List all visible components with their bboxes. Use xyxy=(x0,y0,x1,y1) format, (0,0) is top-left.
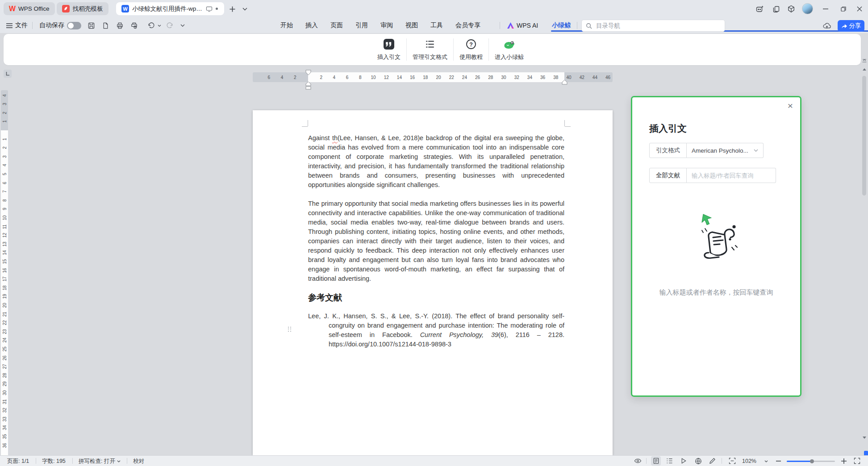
ruler-number: 6 xyxy=(346,75,349,80)
eye-icon[interactable] xyxy=(634,458,642,464)
reference-entry: Lee, J. K., Hansen, S. S., & Lee, S.-Y. … xyxy=(308,312,564,349)
menu-tab[interactable]: 引用 xyxy=(349,18,374,33)
more-tools-chevron[interactable] xyxy=(180,18,185,33)
zoom-slider[interactable] xyxy=(787,461,835,462)
pen-icon[interactable] xyxy=(709,458,716,464)
tab-stop-selector[interactable] xyxy=(4,70,12,78)
ruler-number: 42 xyxy=(580,75,584,80)
ruler-number: 2 xyxy=(2,146,7,149)
redo-button[interactable] xyxy=(166,18,174,33)
paragraph-2: The primary opportunity that social medi… xyxy=(308,199,564,283)
ruler-number: 10 xyxy=(371,75,376,80)
export-pdf-button[interactable] xyxy=(102,18,109,33)
first-line-indent-marker[interactable] xyxy=(305,70,311,75)
paragraph-drag-handle[interactable] xyxy=(288,326,292,332)
statusbar: 页面: 1/1 字数: 195 拼写检查: 打开 校对 102% xyxy=(0,455,868,466)
app-center-icon[interactable] xyxy=(786,4,797,14)
cloud-sync-button[interactable] xyxy=(822,18,831,33)
document-body-text[interactable]: Against th(Lee, Hansen, & Lee, 2018)e ba… xyxy=(308,133,564,358)
menu-tab[interactable]: 工具 xyxy=(424,18,449,33)
menu-tab[interactable]: 审阅 xyxy=(374,18,399,33)
zoom-out-button[interactable] xyxy=(776,461,781,462)
menu-tab[interactable]: 会员专享 xyxy=(449,18,487,33)
word-doc-icon: W xyxy=(121,5,129,12)
left-indent-marker[interactable] xyxy=(305,86,311,90)
print-preview-button[interactable] xyxy=(130,18,138,33)
vertical-scrollbar-thumb[interactable] xyxy=(862,76,866,196)
panel-close-icon[interactable]: × xyxy=(788,101,793,110)
ruler-number: 30 xyxy=(2,390,7,395)
ruler-number: 4 xyxy=(2,94,7,97)
word-count[interactable]: 字数: 195 xyxy=(42,456,66,466)
ruler-number: 20 xyxy=(436,75,441,80)
print-layout-view-button[interactable] xyxy=(651,456,661,466)
file-menu-label: 文件 xyxy=(15,21,28,29)
globe-icon[interactable] xyxy=(695,458,702,465)
print-button[interactable] xyxy=(116,18,124,33)
undo-button[interactable] xyxy=(147,18,161,33)
play-icon[interactable] xyxy=(680,458,687,464)
scroll-down-arrow-icon[interactable] xyxy=(862,436,867,440)
ribbon: 插入引文管理引文格式?使用教程进入小绿鲸 xyxy=(4,34,861,65)
restore-button[interactable] xyxy=(838,4,849,14)
windows-stack-icon[interactable] xyxy=(771,4,781,14)
ruler-number: 3 xyxy=(2,155,7,158)
zoom-level[interactable]: 102% xyxy=(742,456,756,466)
zoom-in-button[interactable] xyxy=(841,458,847,464)
ruler-number: 24 xyxy=(2,338,7,343)
fullscreen-icon[interactable] xyxy=(854,458,860,464)
ribbon-button-label: 插入引文 xyxy=(377,53,401,61)
ribbon-manage-citation-format-button[interactable]: 管理引文格式 xyxy=(407,36,453,63)
zoom-chevron-icon[interactable] xyxy=(764,460,768,462)
file-menu[interactable]: 文件 xyxy=(6,18,28,33)
nav-search-input[interactable] xyxy=(595,22,709,29)
ribbon-tutorial-button[interactable]: ?使用教程 xyxy=(454,36,488,63)
horizontal-ruler[interactable]: 6422468101214161820222426283032343638404… xyxy=(253,72,613,82)
journal-italic: Current Psychology, 39 xyxy=(420,331,498,338)
fit-page-icon[interactable] xyxy=(729,458,736,464)
close-button[interactable] xyxy=(854,4,865,14)
proofread-button[interactable]: 校对 xyxy=(133,456,144,466)
ruler-number: 6 xyxy=(2,182,7,184)
citation-format-select[interactable]: American Psycholo... xyxy=(687,143,764,158)
vertical-ruler[interactable]: 4321123456789101112131415161718192021222… xyxy=(1,90,8,455)
autosave-toggle[interactable] xyxy=(67,22,81,29)
divider xyxy=(577,22,577,29)
cursor-arrow-icon xyxy=(702,214,711,225)
ribbon-insert-citation-button[interactable]: 插入引文 xyxy=(371,36,406,63)
ruler-number: 36 xyxy=(2,443,7,448)
ai-assistant-icon[interactable] xyxy=(755,4,765,14)
zoom-slider-knob[interactable] xyxy=(810,459,814,463)
menu-tab[interactable]: 插入 xyxy=(299,18,324,33)
modified-dot-icon xyxy=(216,8,218,10)
ribbon-open-xiaolvjing-button[interactable]: 进入小绿鲸 xyxy=(489,36,530,63)
save-button[interactable] xyxy=(88,18,95,33)
all-references-tab[interactable]: 全部文献 xyxy=(649,168,687,183)
right-indent-marker[interactable] xyxy=(562,80,568,85)
menu-wps-ai[interactable]: WPS AI xyxy=(507,18,538,33)
document-page[interactable]: Against th(Lee, Hansen, & Lee, 2018)e ba… xyxy=(253,110,613,455)
new-tab-button[interactable] xyxy=(227,4,238,14)
document-tab[interactable]: W 小绿鲸文献引用插件-wps.doc xyxy=(116,2,224,15)
app-home-tab[interactable]: W WPS Office xyxy=(4,2,55,15)
spellcheck-status[interactable]: 拼写检查: 打开 xyxy=(79,456,121,466)
nav-search-box[interactable] xyxy=(581,20,725,32)
hanging-indent-marker[interactable] xyxy=(305,82,311,86)
docer-template-tab[interactable]: 找稻壳模板 xyxy=(57,2,108,15)
search-icon xyxy=(586,23,592,29)
tab-list-chevron-icon[interactable] xyxy=(239,4,250,14)
user-avatar[interactable] xyxy=(802,3,813,14)
minimize-button[interactable] xyxy=(820,4,831,14)
ruler-number: 44 xyxy=(593,75,597,80)
ruler-number: 40 xyxy=(566,75,571,80)
menu-tab[interactable]: 视图 xyxy=(399,18,424,33)
share-icon xyxy=(841,23,847,29)
manage-list-icon xyxy=(424,38,436,50)
outline-view-icon[interactable] xyxy=(666,458,673,464)
scroll-up-arrow-icon[interactable] xyxy=(862,67,867,71)
reference-search-input[interactable] xyxy=(687,168,776,183)
menu-tab[interactable]: 开始 xyxy=(274,18,299,33)
share-button[interactable]: 分享 xyxy=(838,20,864,32)
menu-tab[interactable]: 页面 xyxy=(324,18,349,33)
scroll-prev-page-icon[interactable] xyxy=(862,58,867,63)
